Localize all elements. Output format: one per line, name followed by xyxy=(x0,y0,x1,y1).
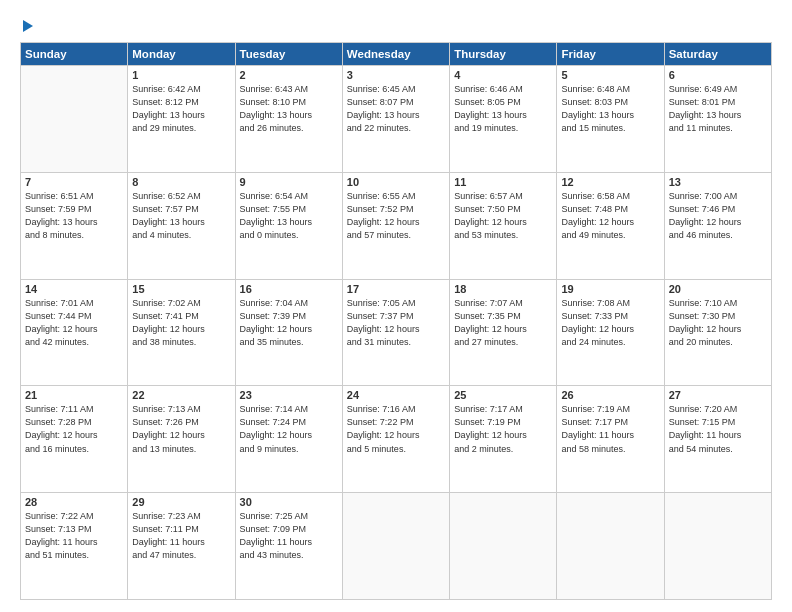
day-info: Sunrise: 7:20 AM Sunset: 7:15 PM Dayligh… xyxy=(669,403,767,455)
day-number: 6 xyxy=(669,69,767,81)
weekday-header-saturday: Saturday xyxy=(664,43,771,66)
calendar-cell xyxy=(557,493,664,600)
day-number: 22 xyxy=(132,389,230,401)
calendar-week-row: 14Sunrise: 7:01 AM Sunset: 7:44 PM Dayli… xyxy=(21,279,772,386)
day-number: 29 xyxy=(132,496,230,508)
logo-arrow-icon xyxy=(23,20,33,32)
calendar-cell: 1Sunrise: 6:42 AM Sunset: 8:12 PM Daylig… xyxy=(128,66,235,173)
day-number: 27 xyxy=(669,389,767,401)
day-number: 13 xyxy=(669,176,767,188)
calendar-cell: 16Sunrise: 7:04 AM Sunset: 7:39 PM Dayli… xyxy=(235,279,342,386)
calendar-cell: 2Sunrise: 6:43 AM Sunset: 8:10 PM Daylig… xyxy=(235,66,342,173)
day-info: Sunrise: 7:16 AM Sunset: 7:22 PM Dayligh… xyxy=(347,403,445,455)
calendar-cell: 13Sunrise: 7:00 AM Sunset: 7:46 PM Dayli… xyxy=(664,172,771,279)
calendar-cell: 17Sunrise: 7:05 AM Sunset: 7:37 PM Dayli… xyxy=(342,279,449,386)
calendar-cell: 15Sunrise: 7:02 AM Sunset: 7:41 PM Dayli… xyxy=(128,279,235,386)
day-number: 2 xyxy=(240,69,338,81)
day-number: 18 xyxy=(454,283,552,295)
day-number: 17 xyxy=(347,283,445,295)
calendar-cell: 3Sunrise: 6:45 AM Sunset: 8:07 PM Daylig… xyxy=(342,66,449,173)
day-info: Sunrise: 6:57 AM Sunset: 7:50 PM Dayligh… xyxy=(454,190,552,242)
day-info: Sunrise: 6:43 AM Sunset: 8:10 PM Dayligh… xyxy=(240,83,338,135)
day-info: Sunrise: 7:07 AM Sunset: 7:35 PM Dayligh… xyxy=(454,297,552,349)
day-info: Sunrise: 7:23 AM Sunset: 7:11 PM Dayligh… xyxy=(132,510,230,562)
day-info: Sunrise: 7:10 AM Sunset: 7:30 PM Dayligh… xyxy=(669,297,767,349)
day-number: 12 xyxy=(561,176,659,188)
weekday-header-sunday: Sunday xyxy=(21,43,128,66)
logo xyxy=(20,18,33,32)
day-info: Sunrise: 6:51 AM Sunset: 7:59 PM Dayligh… xyxy=(25,190,123,242)
day-info: Sunrise: 6:45 AM Sunset: 8:07 PM Dayligh… xyxy=(347,83,445,135)
day-info: Sunrise: 7:25 AM Sunset: 7:09 PM Dayligh… xyxy=(240,510,338,562)
calendar-cell xyxy=(342,493,449,600)
day-number: 24 xyxy=(347,389,445,401)
calendar-cell: 21Sunrise: 7:11 AM Sunset: 7:28 PM Dayli… xyxy=(21,386,128,493)
day-info: Sunrise: 7:14 AM Sunset: 7:24 PM Dayligh… xyxy=(240,403,338,455)
day-number: 3 xyxy=(347,69,445,81)
weekday-header-tuesday: Tuesday xyxy=(235,43,342,66)
day-number: 19 xyxy=(561,283,659,295)
day-number: 10 xyxy=(347,176,445,188)
calendar-week-row: 28Sunrise: 7:22 AM Sunset: 7:13 PM Dayli… xyxy=(21,493,772,600)
calendar-cell: 14Sunrise: 7:01 AM Sunset: 7:44 PM Dayli… xyxy=(21,279,128,386)
weekday-header-wednesday: Wednesday xyxy=(342,43,449,66)
day-number: 25 xyxy=(454,389,552,401)
day-info: Sunrise: 7:08 AM Sunset: 7:33 PM Dayligh… xyxy=(561,297,659,349)
calendar-cell: 24Sunrise: 7:16 AM Sunset: 7:22 PM Dayli… xyxy=(342,386,449,493)
calendar-cell: 11Sunrise: 6:57 AM Sunset: 7:50 PM Dayli… xyxy=(450,172,557,279)
day-info: Sunrise: 7:13 AM Sunset: 7:26 PM Dayligh… xyxy=(132,403,230,455)
day-number: 8 xyxy=(132,176,230,188)
weekday-header-row: SundayMondayTuesdayWednesdayThursdayFrid… xyxy=(21,43,772,66)
calendar-cell: 10Sunrise: 6:55 AM Sunset: 7:52 PM Dayli… xyxy=(342,172,449,279)
calendar-cell: 30Sunrise: 7:25 AM Sunset: 7:09 PM Dayli… xyxy=(235,493,342,600)
day-info: Sunrise: 6:49 AM Sunset: 8:01 PM Dayligh… xyxy=(669,83,767,135)
calendar-cell xyxy=(21,66,128,173)
day-info: Sunrise: 6:55 AM Sunset: 7:52 PM Dayligh… xyxy=(347,190,445,242)
calendar-week-row: 7Sunrise: 6:51 AM Sunset: 7:59 PM Daylig… xyxy=(21,172,772,279)
calendar-cell: 9Sunrise: 6:54 AM Sunset: 7:55 PM Daylig… xyxy=(235,172,342,279)
day-number: 28 xyxy=(25,496,123,508)
day-info: Sunrise: 7:02 AM Sunset: 7:41 PM Dayligh… xyxy=(132,297,230,349)
day-info: Sunrise: 7:22 AM Sunset: 7:13 PM Dayligh… xyxy=(25,510,123,562)
calendar-cell xyxy=(664,493,771,600)
day-info: Sunrise: 6:52 AM Sunset: 7:57 PM Dayligh… xyxy=(132,190,230,242)
header xyxy=(20,18,772,32)
calendar-cell: 23Sunrise: 7:14 AM Sunset: 7:24 PM Dayli… xyxy=(235,386,342,493)
day-number: 11 xyxy=(454,176,552,188)
calendar-week-row: 21Sunrise: 7:11 AM Sunset: 7:28 PM Dayli… xyxy=(21,386,772,493)
day-number: 21 xyxy=(25,389,123,401)
page: SundayMondayTuesdayWednesdayThursdayFrid… xyxy=(0,0,792,612)
calendar-week-row: 1Sunrise: 6:42 AM Sunset: 8:12 PM Daylig… xyxy=(21,66,772,173)
calendar-cell: 12Sunrise: 6:58 AM Sunset: 7:48 PM Dayli… xyxy=(557,172,664,279)
day-info: Sunrise: 7:17 AM Sunset: 7:19 PM Dayligh… xyxy=(454,403,552,455)
day-number: 5 xyxy=(561,69,659,81)
weekday-header-thursday: Thursday xyxy=(450,43,557,66)
calendar-cell: 29Sunrise: 7:23 AM Sunset: 7:11 PM Dayli… xyxy=(128,493,235,600)
calendar-cell xyxy=(450,493,557,600)
calendar-cell: 7Sunrise: 6:51 AM Sunset: 7:59 PM Daylig… xyxy=(21,172,128,279)
day-info: Sunrise: 6:58 AM Sunset: 7:48 PM Dayligh… xyxy=(561,190,659,242)
day-info: Sunrise: 7:19 AM Sunset: 7:17 PM Dayligh… xyxy=(561,403,659,455)
day-number: 4 xyxy=(454,69,552,81)
day-number: 9 xyxy=(240,176,338,188)
day-info: Sunrise: 7:01 AM Sunset: 7:44 PM Dayligh… xyxy=(25,297,123,349)
calendar-cell: 19Sunrise: 7:08 AM Sunset: 7:33 PM Dayli… xyxy=(557,279,664,386)
calendar-cell: 20Sunrise: 7:10 AM Sunset: 7:30 PM Dayli… xyxy=(664,279,771,386)
day-number: 7 xyxy=(25,176,123,188)
day-info: Sunrise: 6:54 AM Sunset: 7:55 PM Dayligh… xyxy=(240,190,338,242)
calendar-cell: 6Sunrise: 6:49 AM Sunset: 8:01 PM Daylig… xyxy=(664,66,771,173)
day-number: 15 xyxy=(132,283,230,295)
calendar-cell: 27Sunrise: 7:20 AM Sunset: 7:15 PM Dayli… xyxy=(664,386,771,493)
calendar-cell: 26Sunrise: 7:19 AM Sunset: 7:17 PM Dayli… xyxy=(557,386,664,493)
day-number: 26 xyxy=(561,389,659,401)
calendar-cell: 22Sunrise: 7:13 AM Sunset: 7:26 PM Dayli… xyxy=(128,386,235,493)
calendar: SundayMondayTuesdayWednesdayThursdayFrid… xyxy=(20,42,772,600)
day-number: 14 xyxy=(25,283,123,295)
calendar-cell: 28Sunrise: 7:22 AM Sunset: 7:13 PM Dayli… xyxy=(21,493,128,600)
calendar-cell: 25Sunrise: 7:17 AM Sunset: 7:19 PM Dayli… xyxy=(450,386,557,493)
day-info: Sunrise: 7:04 AM Sunset: 7:39 PM Dayligh… xyxy=(240,297,338,349)
calendar-cell: 18Sunrise: 7:07 AM Sunset: 7:35 PM Dayli… xyxy=(450,279,557,386)
day-info: Sunrise: 6:48 AM Sunset: 8:03 PM Dayligh… xyxy=(561,83,659,135)
calendar-cell: 4Sunrise: 6:46 AM Sunset: 8:05 PM Daylig… xyxy=(450,66,557,173)
day-number: 30 xyxy=(240,496,338,508)
